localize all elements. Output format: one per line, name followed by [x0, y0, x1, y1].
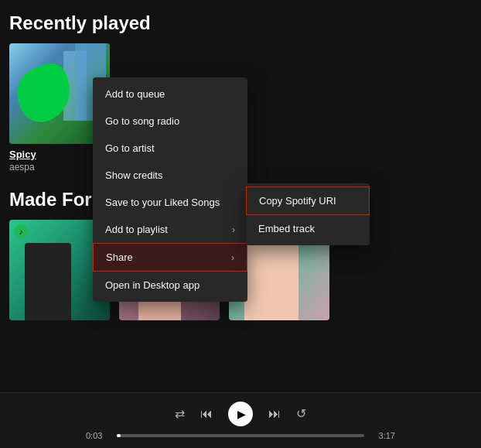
shuffle-button[interactable]: ⇄ — [175, 406, 185, 421]
menu-item-add-to-queue[interactable]: Add to queue — [93, 80, 247, 108]
next-icon: ⏭ — [268, 407, 281, 420]
card-3-person — [244, 243, 298, 320]
menu-item-add-to-queue-label: Add to queue — [105, 88, 165, 100]
menu-item-go-to-song-radio-label: Go to song radio — [105, 115, 179, 127]
previous-button[interactable]: ⏮ — [200, 407, 213, 421]
menu-item-show-credits[interactable]: Show credits — [93, 162, 247, 189]
menu-item-save-to-liked-songs-label: Save to your Liked Songs — [105, 197, 220, 208]
play-button[interactable]: ▶ — [228, 402, 253, 426]
submenu-item-copy-spotify-uri[interactable]: Copy Spotify URI — [246, 186, 370, 215]
previous-icon: ⏮ — [200, 407, 213, 420]
repeat-button[interactable]: ↺ — [296, 406, 306, 421]
chevron-right-icon-share: › — [231, 252, 234, 263]
submenu-item-embed-track-label: Embed track — [258, 223, 315, 234]
menu-item-go-to-artist[interactable]: Go to artist — [93, 135, 247, 162]
time-total: 3:17 — [370, 431, 395, 440]
menu-item-share[interactable]: Share › — [93, 243, 247, 272]
time-current: 0:03 — [86, 431, 111, 440]
shuffle-icon: ⇄ — [175, 407, 185, 420]
menu-item-go-to-artist-label: Go to artist — [105, 142, 155, 154]
progress-track[interactable] — [117, 434, 364, 437]
progress-fill — [117, 434, 121, 437]
submenu-item-copy-spotify-uri-label: Copy Spotify URI — [259, 195, 336, 207]
play-icon: ▶ — [237, 408, 246, 420]
repeat-icon: ↺ — [296, 407, 306, 420]
menu-item-open-in-desktop-label: Open in Desktop app — [105, 279, 200, 291]
menu-item-open-in-desktop[interactable]: Open in Desktop app — [93, 272, 247, 299]
context-menu: Add to queue Go to song radio Go to arti… — [93, 77, 247, 302]
card-1-person — [25, 243, 71, 320]
player-controls: ⇄ ⏮ ▶ ⏭ ↺ — [175, 402, 306, 426]
menu-item-add-to-playlist[interactable]: Add to playlist › — [93, 216, 247, 243]
chevron-right-icon-playlist: › — [232, 224, 235, 235]
spotify-logo-1: ♪ — [19, 227, 23, 236]
player-bar: ⇄ ⏮ ▶ ⏭ ↺ 0:03 3:17 — [0, 392, 481, 448]
menu-item-go-to-song-radio[interactable]: Go to song radio — [93, 108, 247, 135]
menu-item-add-to-playlist-label: Add to playlist — [105, 224, 168, 235]
menu-item-show-credits-label: Show credits — [105, 169, 162, 181]
menu-item-save-to-liked-songs[interactable]: Save to your Liked Songs — [93, 189, 247, 216]
menu-item-share-label: Share — [106, 251, 133, 263]
recently-played-title: Recently played — [9, 12, 472, 34]
submenu-item-embed-track[interactable]: Embed track — [246, 215, 370, 242]
next-button[interactable]: ⏭ — [268, 407, 281, 421]
progress-bar-container: 0:03 3:17 — [86, 431, 395, 440]
submenu: Copy Spotify URI Embed track — [246, 183, 370, 245]
spotify-badge-1: ♪ — [14, 224, 28, 238]
